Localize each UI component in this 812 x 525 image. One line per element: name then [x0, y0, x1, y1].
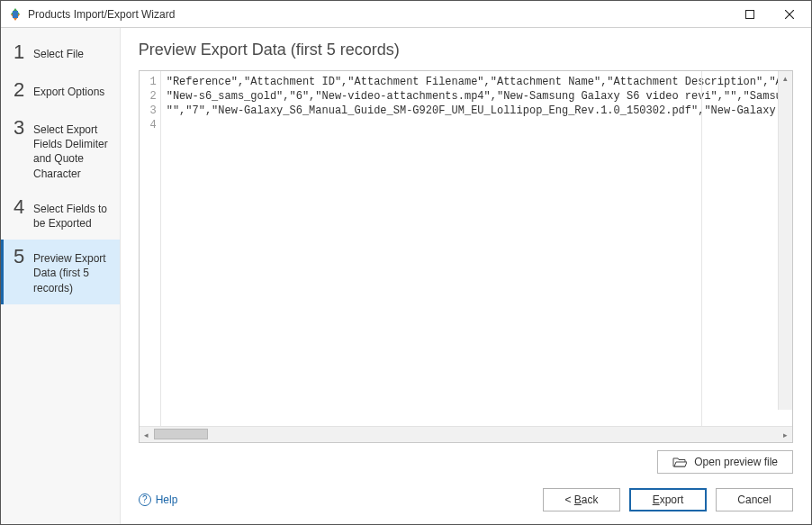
maximize-button[interactable]: [730, 2, 770, 27]
step-number: 5: [14, 247, 33, 267]
svg-marker-2: [13, 11, 18, 18]
gutter-line: 4: [140, 118, 157, 132]
step-number: 4: [14, 197, 33, 217]
scroll-left-icon[interactable]: ◂: [140, 427, 154, 442]
window-controls: [730, 2, 809, 27]
main-panel: Preview Export Data (first 5 records) 1 …: [121, 28, 811, 524]
app-icon: [8, 7, 23, 22]
step-number: 1: [14, 42, 33, 62]
open-preview-file-button[interactable]: Open preview file: [657, 450, 793, 474]
title-bar: Products Import/Export Wizard: [1, 1, 811, 28]
scroll-track[interactable]: [154, 427, 778, 442]
preview-actions: Open preview file: [139, 450, 793, 474]
step-delimiter-quote[interactable]: 3 Select Export Fields Delimiter and Quo…: [1, 111, 120, 190]
gutter-line: 2: [140, 89, 157, 104]
open-preview-label: Open preview file: [694, 456, 778, 468]
help-icon: ?: [139, 493, 151, 506]
wizard-footer: ? Help < Back Export Cancel: [139, 474, 793, 511]
step-label: Export Options: [33, 82, 109, 99]
back-button[interactable]: < Back: [543, 488, 620, 511]
svg-rect-3: [746, 10, 754, 18]
code-line: "New-s6_sams_gold","6","New-video-attach…: [167, 89, 789, 104]
step-select-fields[interactable]: 4 Select Fields to be Exported: [1, 190, 120, 240]
code-line: "Reference","Attachment ID","Attachment …: [167, 75, 789, 89]
scroll-up-icon[interactable]: ▴: [779, 71, 792, 86]
page-title: Preview Export Data (first 5 records): [139, 41, 793, 59]
step-number: 2: [14, 80, 33, 100]
gutter-line: 1: [140, 75, 157, 89]
wizard-sidebar: 1 Select File 2 Export Options 3 Select …: [1, 28, 121, 524]
line-gutter: 1 2 3 4: [140, 71, 161, 426]
step-number: 3: [14, 118, 33, 138]
scroll-right-icon[interactable]: ▸: [778, 427, 792, 442]
cancel-button[interactable]: Cancel: [716, 488, 793, 511]
export-button[interactable]: Export: [629, 488, 707, 511]
preview-box: 1 2 3 4 "Reference","Attachment ID","Att…: [139, 70, 793, 443]
step-select-file[interactable]: 1 Select File: [1, 35, 120, 73]
preview-inner: 1 2 3 4 "Reference","Attachment ID","Att…: [140, 71, 792, 426]
step-label: Select Export Fields Delimiter and Quote…: [33, 120, 109, 181]
code-line: "","7","New-Galaxy_S6_Manual_Guide_SM-G9…: [167, 104, 789, 118]
window-title: Products Import/Export Wizard: [28, 8, 730, 21]
horizontal-scrollbar[interactable]: ◂ ▸: [140, 426, 792, 442]
vertical-scrollbar[interactable]: ▴: [778, 71, 792, 410]
content-area: 1 Select File 2 Export Options 3 Select …: [1, 28, 811, 524]
folder-open-icon: [672, 457, 687, 467]
print-margin-line: [701, 71, 702, 426]
help-link[interactable]: ? Help: [139, 493, 178, 506]
preview-text[interactable]: "Reference","Attachment ID","Attachment …: [161, 71, 792, 426]
step-label: Preview Export Data (first 5 records): [33, 249, 109, 295]
step-label: Select File: [33, 44, 109, 61]
step-export-options[interactable]: 2 Export Options: [1, 73, 120, 111]
step-preview-export[interactable]: 5 Preview Export Data (first 5 records): [1, 240, 120, 304]
gutter-line: 3: [140, 104, 157, 118]
help-label: Help: [156, 493, 178, 506]
step-label: Select Fields to be Exported: [33, 199, 109, 231]
scroll-thumb[interactable]: [154, 429, 208, 439]
footer-buttons: < Back Export Cancel: [543, 488, 793, 511]
close-button[interactable]: [770, 2, 809, 27]
